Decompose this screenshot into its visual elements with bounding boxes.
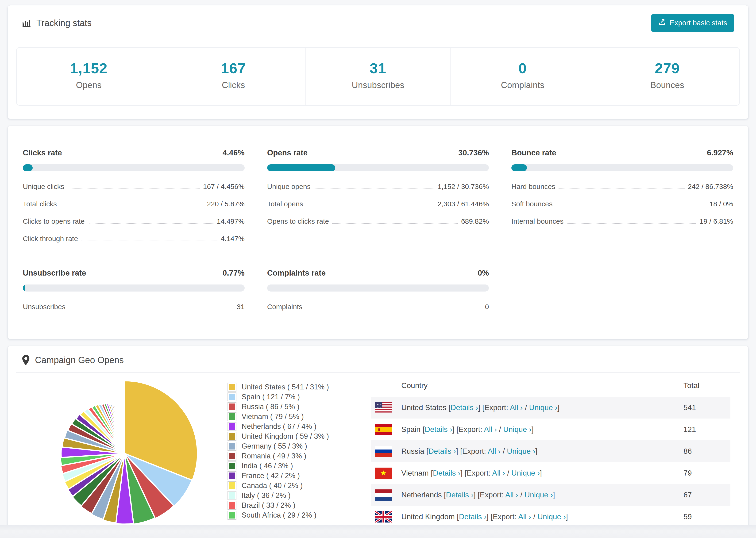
rate-row: Hard bounces242 / 86.738% xyxy=(512,183,733,190)
table-row: United Kingdom [Details ›] [Export: All … xyxy=(371,506,730,528)
rate-title: Bounce rate xyxy=(512,148,556,157)
legend-item: Brazil ( 33 / 2% ) xyxy=(228,501,329,510)
geo-table: Country Total United States [Details ›] … xyxy=(371,374,730,538)
country-name: United States xyxy=(401,403,449,412)
rate-row: Total opens2,303 / 61.446% xyxy=(267,200,489,208)
legend-item: Netherlands ( 67 / 4% ) xyxy=(228,422,329,431)
export-all-link[interactable]: All › xyxy=(488,447,501,456)
country-cell: Netherlands [Details ›] [Export: All › /… xyxy=(401,491,683,499)
details-link[interactable]: Details › xyxy=(425,425,452,434)
rate-title-row: Unsubscribe rate0.77% xyxy=(23,269,244,278)
bracket: ] xyxy=(553,491,555,499)
rate-row-label: Total clicks xyxy=(23,200,57,208)
legend-label: United States ( 541 / 31% ) xyxy=(242,383,329,391)
export-all-link[interactable]: All › xyxy=(510,403,523,412)
export-unique-link[interactable]: Unique › xyxy=(529,403,557,412)
country-name: Netherlands xyxy=(401,491,444,499)
legend-label: Canada ( 40 / 2% ) xyxy=(242,481,303,490)
legend-label: Netherlands ( 67 / 4% ) xyxy=(242,422,316,431)
legend-item: Germany ( 55 / 3% ) xyxy=(228,441,329,451)
page-bottom-band xyxy=(0,525,756,538)
rate-row: Unsubscribes31 xyxy=(23,303,244,311)
opens-rate-bar xyxy=(267,164,489,171)
geo-content: United States ( 541 / 31% )Spain ( 121 /… xyxy=(8,373,748,538)
legend-color-chip xyxy=(228,461,237,470)
bracket: [ xyxy=(426,447,428,456)
rate-row: Complaints0 xyxy=(267,303,489,311)
rate-value: 4.46% xyxy=(223,148,244,157)
vn-flag-icon xyxy=(375,467,392,479)
rate-bar-fill xyxy=(267,164,335,171)
complaints-rate-bar xyxy=(267,285,489,292)
rate-row: Unique opens1,152 / 30.736% xyxy=(267,183,489,190)
dotted-leader xyxy=(69,309,234,309)
rate-row-label: Click through rate xyxy=(23,235,78,243)
rate-row-value: 18 / 0% xyxy=(709,200,733,208)
export-all-link[interactable]: All › xyxy=(492,469,505,477)
rate-row: Clicks to opens rate14.497% xyxy=(23,217,244,225)
rate-row-label: Unique opens xyxy=(267,183,311,190)
dotted-leader xyxy=(332,223,458,224)
dotted-leader xyxy=(567,223,696,224)
stat-cell-clicks: 167Clicks xyxy=(161,48,305,105)
export-all-link[interactable]: All › xyxy=(484,425,497,434)
legend-item: India ( 46 / 3% ) xyxy=(228,461,329,471)
es-flag-icon xyxy=(375,424,392,435)
rate-row-label: Hard bounces xyxy=(512,183,555,190)
legend-item: Vietnam ( 79 / 5% ) xyxy=(228,412,329,422)
rate-row: Unique clicks167 / 4.456% xyxy=(23,183,244,190)
details-link[interactable]: Details › xyxy=(433,469,460,477)
total-cell: 59 xyxy=(683,512,730,521)
dotted-leader xyxy=(81,241,217,241)
stat-label: Opens xyxy=(17,80,161,90)
rate-row-label: Unsubscribes xyxy=(23,303,66,311)
rates-grid: Clicks rate4.46%Unique clicks167 / 4.456… xyxy=(23,148,733,311)
legend-item: Romania ( 49 / 3% ) xyxy=(228,451,329,461)
rate-bar-fill xyxy=(23,285,25,292)
bracket: ] xyxy=(557,403,560,412)
legend-color-chip xyxy=(228,412,237,421)
rate-row-label: Soft bounces xyxy=(512,200,553,208)
bar-chart-icon xyxy=(22,18,31,28)
export-unique-link[interactable]: Unique › xyxy=(524,491,553,499)
table-row: Vietnam [Details ›] [Export: All › / Uni… xyxy=(371,462,730,484)
legend-color-chip xyxy=(228,491,237,500)
export-all-link[interactable]: All › xyxy=(518,512,531,521)
details-link[interactable]: Details › xyxy=(446,491,473,499)
map-pin-icon xyxy=(22,355,30,365)
country-name: Vietnam xyxy=(401,469,431,477)
clicks-rate-bar xyxy=(23,164,244,171)
legend-label: Russia ( 86 / 5% ) xyxy=(242,403,299,411)
section-title: Campaign Geo Opens xyxy=(35,355,124,365)
rate-rows: Unique opens1,152 / 30.736%Total opens2,… xyxy=(267,183,489,225)
export-unique-link[interactable]: Unique › xyxy=(537,512,566,521)
details-link[interactable]: Details › xyxy=(451,403,478,412)
rate-title: Complaints rate xyxy=(267,269,326,278)
geo-header: Campaign Geo Opens xyxy=(8,346,748,372)
legend-color-chip xyxy=(228,432,237,441)
details-link[interactable]: Details › xyxy=(428,447,456,456)
export-unique-link[interactable]: Unique › xyxy=(503,425,531,434)
table-row: Netherlands [Details ›] [Export: All › /… xyxy=(371,484,730,506)
stat-value: 31 xyxy=(306,60,450,77)
rate-row-label: Clicks to opens rate xyxy=(23,217,84,225)
rate-rows: Hard bounces242 / 86.738%Soft bounces18 … xyxy=(512,183,733,225)
rate-row: Internal bounces19 / 6.81% xyxy=(512,217,733,225)
dotted-leader xyxy=(88,223,213,224)
details-link[interactable]: Details › xyxy=(459,512,486,521)
stat-label: Unsubscribes xyxy=(306,80,450,90)
legend-label: India ( 46 / 3% ) xyxy=(242,462,293,470)
export-unique-link[interactable]: Unique › xyxy=(507,447,535,456)
country-cell: United States [Details ›] [Export: All ›… xyxy=(401,403,683,412)
stat-cell-complaints: 0Complaints xyxy=(450,48,595,105)
rates-card: Clicks rate4.46%Unique clicks167 / 4.456… xyxy=(8,126,748,339)
export-all-link[interactable]: All › xyxy=(505,491,518,499)
rate-row-label: Unique clicks xyxy=(23,183,64,190)
slash: / xyxy=(497,425,503,434)
export-unique-link[interactable]: Unique › xyxy=(512,469,540,477)
bracket: [ xyxy=(431,469,433,477)
slash: / xyxy=(523,403,529,412)
stat-cell-unsubscribes: 31Unsubscribes xyxy=(305,48,450,105)
export-basic-stats-button[interactable]: Export basic stats xyxy=(651,14,734,32)
rate-title: Unsubscribe rate xyxy=(23,269,86,278)
